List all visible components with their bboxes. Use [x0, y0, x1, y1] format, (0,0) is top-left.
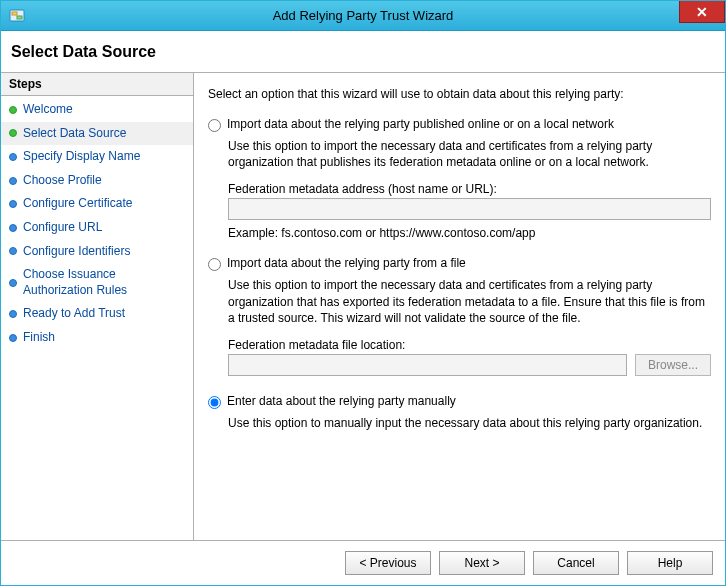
wizard-window: Add Relying Party Trust Wizard ✕ Select …: [0, 0, 726, 586]
step-bullet-icon: [9, 334, 17, 342]
step-label: Ready to Add Trust: [23, 306, 125, 322]
federation-file-label: Federation metadata file location:: [228, 338, 711, 352]
option-import-online-desc: Use this option to import the necessary …: [228, 138, 711, 170]
step-bullet-icon: [9, 200, 17, 208]
step-bullet-icon: [9, 129, 17, 137]
svg-rect-2: [17, 16, 22, 19]
option-manual-radio[interactable]: [208, 396, 221, 409]
federation-url-row: [228, 198, 711, 220]
federation-file-input[interactable]: [228, 354, 627, 376]
option-import-file-desc: Use this option to import the necessary …: [228, 277, 711, 326]
option-import-online-row: Import data about the relying party publ…: [208, 117, 711, 132]
step-item[interactable]: Configure Certificate: [1, 192, 193, 216]
step-label: Finish: [23, 330, 55, 346]
step-label: Configure Certificate: [23, 196, 132, 212]
step-item[interactable]: Welcome: [1, 98, 193, 122]
close-icon: ✕: [696, 4, 708, 20]
step-item[interactable]: Finish: [1, 326, 193, 350]
step-bullet-icon: [9, 106, 17, 114]
next-button[interactable]: Next >: [439, 551, 525, 575]
close-button[interactable]: ✕: [679, 1, 725, 23]
step-item[interactable]: Configure Identifiers: [1, 240, 193, 264]
step-item[interactable]: Select Data Source: [1, 122, 193, 146]
step-bullet-icon: [9, 224, 17, 232]
step-item[interactable]: Specify Display Name: [1, 145, 193, 169]
step-label: Choose Issuance Authorization Rules: [23, 267, 185, 298]
step-item[interactable]: Choose Issuance Authorization Rules: [1, 263, 193, 302]
step-item[interactable]: Ready to Add Trust: [1, 302, 193, 326]
cancel-button[interactable]: Cancel: [533, 551, 619, 575]
help-button[interactable]: Help: [627, 551, 713, 575]
browse-button[interactable]: Browse...: [635, 354, 711, 376]
option-manual-label[interactable]: Enter data about the relying party manua…: [227, 394, 456, 408]
window-title: Add Relying Party Trust Wizard: [273, 8, 454, 23]
option-import-online-label[interactable]: Import data about the relying party publ…: [227, 117, 614, 131]
option-import-online-radio[interactable]: [208, 119, 221, 132]
option-import-file-row: Import data about the relying party from…: [208, 256, 711, 271]
wizard-body: Steps WelcomeSelect Data SourceSpecify D…: [1, 73, 725, 540]
federation-file-row: Browse...: [228, 354, 711, 376]
step-item[interactable]: Configure URL: [1, 216, 193, 240]
step-label: Configure URL: [23, 220, 102, 236]
federation-url-input[interactable]: [228, 198, 711, 220]
step-bullet-icon: [9, 247, 17, 255]
wizard-footer: < Previous Next > Cancel Help: [1, 540, 725, 585]
steps-list: WelcomeSelect Data SourceSpecify Display…: [1, 96, 193, 352]
step-label: Select Data Source: [23, 126, 126, 142]
step-bullet-icon: [9, 310, 17, 318]
previous-button[interactable]: < Previous: [345, 551, 431, 575]
steps-header: Steps: [1, 73, 193, 96]
option-import-file-label[interactable]: Import data about the relying party from…: [227, 256, 466, 270]
titlebar: Add Relying Party Trust Wizard ✕: [1, 1, 725, 31]
steps-sidebar: Steps WelcomeSelect Data SourceSpecify D…: [1, 73, 194, 540]
option-manual-desc: Use this option to manually input the ne…: [228, 415, 711, 431]
step-item[interactable]: Choose Profile: [1, 169, 193, 193]
main-panel: Select an option that this wizard will u…: [194, 73, 725, 540]
step-bullet-icon: [9, 177, 17, 185]
step-bullet-icon: [9, 279, 17, 287]
option-manual-row: Enter data about the relying party manua…: [208, 394, 711, 409]
app-icon: [9, 8, 25, 24]
intro-text: Select an option that this wizard will u…: [208, 87, 711, 101]
step-label: Choose Profile: [23, 173, 102, 189]
option-import-file-radio[interactable]: [208, 258, 221, 271]
step-label: Welcome: [23, 102, 73, 118]
federation-url-example: Example: fs.contoso.com or https://www.c…: [228, 226, 711, 240]
step-bullet-icon: [9, 153, 17, 161]
step-label: Configure Identifiers: [23, 244, 130, 260]
page-title: Select Data Source: [11, 43, 156, 61]
svg-rect-1: [12, 12, 17, 15]
step-label: Specify Display Name: [23, 149, 140, 165]
page-header: Select Data Source: [1, 31, 725, 73]
federation-url-label: Federation metadata address (host name o…: [228, 182, 711, 196]
